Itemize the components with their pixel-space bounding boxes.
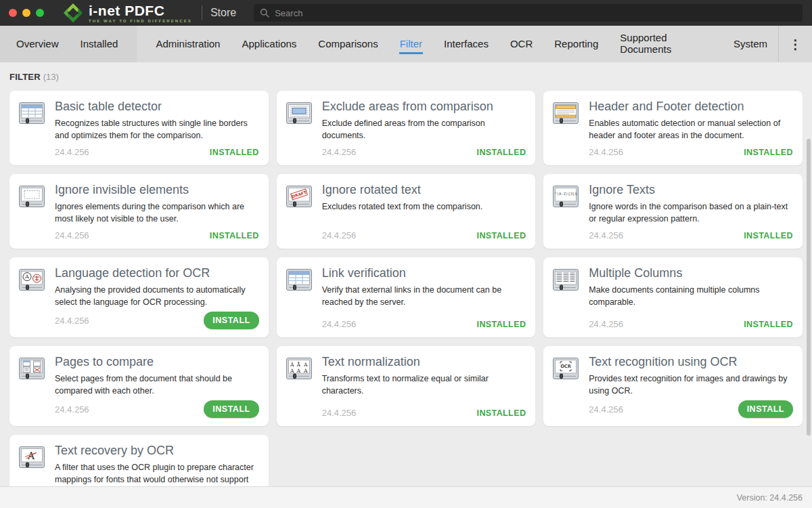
plugin-card-language-detection-for-ocr[interactable]: ALanguage detection for OCRAnalysing the… <box>9 257 269 337</box>
kebab-icon: ⋮ <box>789 38 802 51</box>
plugin-card-ignore-invisible-elements[interactable]: Ignore invisible elementsIgnores element… <box>9 174 269 249</box>
app-title: i-net PDFC <box>89 3 192 18</box>
text-normalization-icon: ÁÅAAAA <box>286 358 312 418</box>
rotated-text-icon: DRAFT <box>286 186 312 240</box>
installed-status-badge: INSTALLED <box>210 231 259 240</box>
tab-label: Applications <box>241 35 297 54</box>
tab-label: Overview <box>16 35 60 54</box>
card-body: Header and Footer detectionEnables autom… <box>589 99 793 157</box>
card-description: Recognizes table structures with single … <box>55 117 259 142</box>
main-nav: OverviewInstalled AdministrationApplicat… <box>0 26 812 62</box>
multiple-columns-icon <box>553 269 579 329</box>
install-button[interactable]: INSTALL <box>738 400 793 418</box>
plugin-card-header-and-footer-detection[interactable]: Header and Footer detectionEnables autom… <box>543 91 803 165</box>
ocr-icon: OCR <box>553 358 579 418</box>
card-footer: 24.4.256INSTALLED <box>55 144 259 157</box>
installed-status-badge: INSTALLED <box>477 231 526 240</box>
section-title: FILTER <box>9 72 41 82</box>
search-box[interactable] <box>254 4 803 22</box>
card-body: Ignore TextsIgnore words in the comparis… <box>589 182 793 240</box>
installed-status-badge: INSTALLED <box>744 320 793 329</box>
card-body: Exclude areas from comparisonExclude def… <box>322 99 526 157</box>
vertical-scrollbar-thumb[interactable] <box>807 139 811 436</box>
pages-compare-icon <box>19 358 45 418</box>
card-version: 24.4.256 <box>55 230 89 240</box>
tab-reporting[interactable]: Reporting <box>543 26 609 62</box>
content-area: FILTER(13) Basic table detectorRecognize… <box>0 62 812 508</box>
card-body: Basic table detectorRecognizes table str… <box>55 99 259 157</box>
card-description: Ignore words in the comparison based on … <box>589 200 793 225</box>
card-version: 24.4.256 <box>55 147 89 157</box>
card-footer: 24.4.256INSTALLED <box>322 316 526 329</box>
card-title: Text normalization <box>322 354 526 369</box>
svg-text:A: A <box>296 368 300 374</box>
plugin-card-pages-to-compare[interactable]: Pages to compareSelect pages from the do… <box>9 346 269 426</box>
card-title: Header and Footer detection <box>589 99 793 114</box>
overflow-menu-button[interactable]: ⋮ <box>778 26 812 62</box>
card-title: Link verification <box>322 266 526 280</box>
tab-comparisons[interactable]: Comparisons <box>307 26 388 62</box>
tab-overview[interactable]: Overview <box>5 26 70 62</box>
header-divider <box>202 5 202 20</box>
tab-filter[interactable]: Filter <box>389 26 433 62</box>
tab-installed[interactable]: Installed <box>70 26 129 62</box>
svg-text:A: A <box>24 274 29 280</box>
card-description: Provides text recognition for images and… <box>589 373 793 397</box>
card-title: Ignore invisible elements <box>55 182 259 197</box>
card-version: 24.4.256 <box>322 408 357 418</box>
install-button[interactable]: INSTALL <box>204 400 258 418</box>
tab-label: Comparisons <box>317 35 378 54</box>
close-button[interactable] <box>9 9 17 17</box>
plugin-card-link-verification[interactable]: Link verificationVerify that external li… <box>277 257 536 337</box>
card-footer: 24.4.256INSTALLED <box>55 227 259 240</box>
plugin-card-multiple-columns[interactable]: Multiple ColumnsMake documents containin… <box>543 257 803 337</box>
plugin-card-exclude-areas-from-comparison[interactable]: Exclude areas from comparisonExclude def… <box>277 91 536 165</box>
svg-text:A: A <box>303 368 308 374</box>
card-version: 24.4.256 <box>322 319 357 329</box>
nav-group-store: OverviewInstalled <box>0 26 137 62</box>
card-body: Ignore invisible elementsIgnores element… <box>55 182 259 240</box>
card-footer: 24.4.256INSTALL <box>589 397 793 418</box>
zoom-button[interactable] <box>36 9 44 17</box>
tab-label: OCR <box>510 35 533 54</box>
plugin-card-ignore-texts[interactable]: ^(A-Z){3}$Ignore TextsIgnore words in th… <box>543 174 803 249</box>
card-body: Language detection for OCRAnalysing the … <box>55 266 259 329</box>
minimize-button[interactable] <box>22 9 30 17</box>
install-button[interactable]: INSTALL <box>204 312 258 329</box>
installed-status-badge: INSTALLED <box>477 320 526 329</box>
card-version: 24.4.256 <box>589 147 623 157</box>
card-body: Text normalizationTransforms text to nor… <box>322 354 526 418</box>
section-header: FILTER(13) <box>9 72 803 84</box>
card-footer: 24.4.256INSTALL <box>55 397 259 418</box>
search-input[interactable] <box>275 8 796 18</box>
card-body: Link verificationVerify that external li… <box>322 266 526 329</box>
tab-applications[interactable]: Applications <box>231 26 307 62</box>
plugin-card-basic-table-detector[interactable]: Basic table detectorRecognizes table str… <box>9 91 269 165</box>
tab-system[interactable]: System <box>723 26 778 62</box>
tab-label: Reporting <box>554 35 599 54</box>
plugin-card-ignore-rotated-text[interactable]: DRAFTIgnore rotated textExcludes rotated… <box>277 174 536 249</box>
table-detector-icon <box>19 102 45 157</box>
svg-text:Å: Å <box>296 362 300 368</box>
titlebar: i-net PDFC THE WAY TO FIND DIFFERENCES S… <box>0 0 812 26</box>
card-title: Language detection for OCR <box>55 266 259 280</box>
tab-ocr[interactable]: OCR <box>499 26 543 62</box>
card-description: Exclude defined areas from the compariso… <box>322 117 526 142</box>
tab-interfaces[interactable]: Interfaces <box>433 26 499 62</box>
exclude-areas-icon <box>286 102 312 157</box>
plugin-card-text-normalization[interactable]: ÁÅAAAAText normalizationTransforms text … <box>277 346 536 426</box>
tab-label: Supported Documents <box>619 28 713 60</box>
tab-label: Administration <box>155 35 221 54</box>
card-description: Excludes rotated text from the compariso… <box>322 200 526 213</box>
tab-administration[interactable]: Administration <box>145 26 231 62</box>
tab-label: Filter <box>399 35 423 54</box>
store-label: Store <box>210 7 236 19</box>
installed-status-badge: INSTALLED <box>210 148 259 157</box>
version-text: Version: 24.4.256 <box>737 493 803 503</box>
tab-supported-documents[interactable]: Supported Documents <box>609 26 723 62</box>
plugin-card-text-recognition-using-ocr[interactable]: OCRText recognition using OCRProvides te… <box>543 346 803 426</box>
app-tagline: THE WAY TO FIND DIFFERENCES <box>89 19 192 23</box>
invisible-elements-icon <box>19 186 45 240</box>
card-footer: 24.4.256INSTALLED <box>322 227 526 240</box>
card-description: Make documents containing multiple colum… <box>589 284 793 308</box>
